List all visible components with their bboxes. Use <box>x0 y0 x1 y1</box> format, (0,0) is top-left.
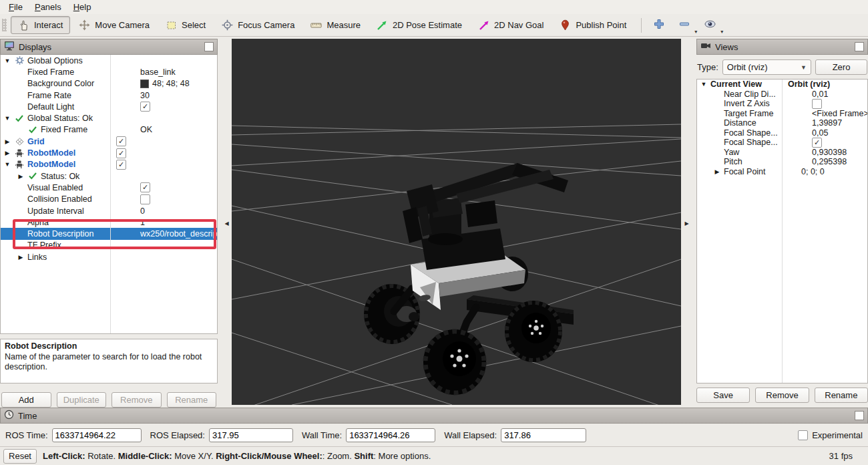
views-panel-header[interactable]: Views <box>696 39 868 55</box>
tree-row-update-interval[interactable]: Update Interval0 <box>1 205 217 216</box>
tree-row-fixed-frame[interactable]: Fixed FrameOK <box>1 124 217 136</box>
tool-2d-nav-goal[interactable]: 2D Nav Goal <box>471 16 551 34</box>
add-button[interactable]: Add <box>1 392 51 408</box>
expander-right-icon[interactable]: ▶ <box>3 150 11 156</box>
wall-time-input[interactable] <box>346 428 435 442</box>
property-value[interactable]: 30 <box>140 91 150 100</box>
property-value[interactable]: OK <box>140 125 152 134</box>
menu-file[interactable]: File <box>3 1 29 13</box>
dropdown-arrow-icon[interactable]: ▾ <box>694 29 697 35</box>
property-value[interactable]: <Fixed Frame> <box>812 109 867 118</box>
toolbar-grip-handle[interactable] <box>2 19 7 31</box>
duplicate-button[interactable]: Duplicate <box>57 392 107 408</box>
tree-row-tf-prefix[interactable]: TF Prefix <box>1 240 217 251</box>
tool-interact[interactable]: Interact <box>11 16 70 34</box>
tree-row-alpha[interactable]: Alpha1 <box>1 216 217 228</box>
rename-button[interactable]: Rename <box>167 392 217 408</box>
displays-panel-header[interactable]: Displays <box>0 39 218 55</box>
tool-move-camera[interactable]: Move Camera <box>71 16 157 34</box>
expander-down-icon[interactable]: ▼ <box>3 161 11 168</box>
property-name: Grid <box>27 137 45 146</box>
right-panel-collapse-handle[interactable]: ▶ <box>684 214 690 232</box>
tool-select[interactable]: Select <box>158 16 213 34</box>
dropdown-arrow-icon[interactable]: ▾ <box>720 29 723 35</box>
left-panel-collapse-handle[interactable]: ◀ <box>224 214 230 232</box>
property-value[interactable]: 1 <box>140 218 145 227</box>
time-panel-header[interactable]: Time <box>0 408 868 424</box>
checkbox-checked[interactable]: ✓ <box>812 138 822 148</box>
tree-row-background-color[interactable]: Background Color48; 48; 48 <box>1 78 217 90</box>
column-separator[interactable] <box>110 55 111 333</box>
tree-row-robot-description[interactable]: Robot Descriptionwx250/robot_description <box>1 228 217 239</box>
checkbox-checked[interactable]: ✓ <box>116 160 126 170</box>
property-value[interactable]: 0,295398 <box>812 157 847 166</box>
3d-viewport[interactable] <box>232 39 681 405</box>
views-panel-title: Views <box>715 42 738 52</box>
checkbox-unchecked[interactable] <box>140 194 150 204</box>
remove-button[interactable]: Remove <box>112 392 162 408</box>
expander-right-icon[interactable]: ▶ <box>3 138 11 145</box>
tree-row-global-options[interactable]: ▼Global Options <box>1 55 217 66</box>
tree-row-grid[interactable]: ▶Grid✓ <box>1 136 217 147</box>
expander-down-icon[interactable]: ▼ <box>700 81 708 88</box>
property-value[interactable]: 0; 0; 0 <box>801 167 825 176</box>
property-value[interactable]: wx250/robot_description <box>140 229 217 239</box>
displays-float-button[interactable] <box>204 42 214 51</box>
remove-button[interactable]: Remove <box>755 388 809 403</box>
expander-right-icon[interactable]: ▶ <box>713 168 721 175</box>
tool-focus-camera[interactable]: Focus Camera <box>214 16 302 34</box>
experimental-checkbox[interactable] <box>798 430 808 440</box>
tree-row-collision-enabled[interactable]: Collision Enabled <box>1 194 217 205</box>
tree-row-status-ok[interactable]: ▶Status: Ok <box>1 170 217 182</box>
expander-down-icon[interactable]: ▼ <box>3 57 11 64</box>
tool-eye[interactable]: ▾ <box>700 16 720 34</box>
checkbox-checked[interactable]: ✓ <box>116 148 126 158</box>
rename-button[interactable]: Rename <box>815 388 868 403</box>
tree-row-links[interactable]: ▶Links <box>1 251 217 263</box>
tool-publish-point[interactable]: Publish Point <box>552 16 634 34</box>
tool-minus[interactable]: ▾ <box>674 16 694 34</box>
tool-label: Measure <box>327 20 361 30</box>
checkbox-checked[interactable]: ✓ <box>116 136 126 146</box>
check-icon <box>27 172 38 180</box>
property-name: Fixed Frame <box>41 125 87 134</box>
checkbox-checked[interactable]: ✓ <box>140 182 150 192</box>
property-value[interactable]: base_link <box>140 67 176 77</box>
reset-button[interactable]: Reset <box>3 449 37 464</box>
property-value[interactable]: 48; 48; 48 <box>152 79 190 88</box>
checkbox-unchecked[interactable] <box>812 99 822 109</box>
property-name: TF Prefix <box>27 241 61 250</box>
property-name: Fixed Frame <box>27 67 74 77</box>
tree-row-frame-rate[interactable]: Frame Rate30 <box>1 90 217 101</box>
property-value[interactable]: 0 <box>140 206 145 216</box>
time-float-button[interactable] <box>855 411 864 420</box>
ros-time-input[interactable] <box>52 428 142 442</box>
tree-row-robotmodel[interactable]: ▶RobotModel✓ <box>1 147 217 158</box>
tree-row-fixed-frame[interactable]: Fixed Framebase_link <box>1 66 217 78</box>
property-value[interactable]: 0,01 <box>812 90 828 99</box>
property-value[interactable]: 0,05 <box>812 128 828 138</box>
ros-elapsed-input[interactable] <box>209 428 293 442</box>
views-float-button[interactable] <box>855 42 864 51</box>
checkbox-checked[interactable]: ✓ <box>140 102 150 112</box>
menu-help[interactable]: Help <box>67 1 97 13</box>
tree-row-global-status-ok[interactable]: ▼Global Status: Ok <box>1 112 217 124</box>
wall-elapsed-input[interactable] <box>501 428 586 442</box>
zero-button[interactable]: Zero <box>815 59 867 75</box>
property-value[interactable]: Orbit (rviz) <box>788 80 830 89</box>
expander-down-icon[interactable]: ▼ <box>3 115 11 122</box>
tool-2d-pose-estimate[interactable]: 2D Pose Estimate <box>369 16 469 34</box>
view-type-select[interactable]: Orbit (rviz) ▼ <box>722 59 811 75</box>
save-button[interactable]: Save <box>696 388 750 403</box>
column-separator[interactable] <box>782 80 783 383</box>
tool-measure[interactable]: Measure <box>303 16 368 34</box>
property-value[interactable]: 0,930398 <box>812 148 847 157</box>
tree-row-robotmodel[interactable]: ▼RobotModel✓ <box>1 159 217 170</box>
menu-panels[interactable]: Panels <box>29 1 67 13</box>
expander-right-icon[interactable]: ▶ <box>17 254 25 261</box>
tree-row-visual-enabled[interactable]: Visual Enabled✓ <box>1 182 217 193</box>
tree-row-default-light[interactable]: Default Light✓ <box>1 101 217 112</box>
expander-right-icon[interactable]: ▶ <box>17 173 25 180</box>
tool-plus[interactable] <box>649 16 669 34</box>
property-value[interactable]: 1,39897 <box>812 118 842 128</box>
